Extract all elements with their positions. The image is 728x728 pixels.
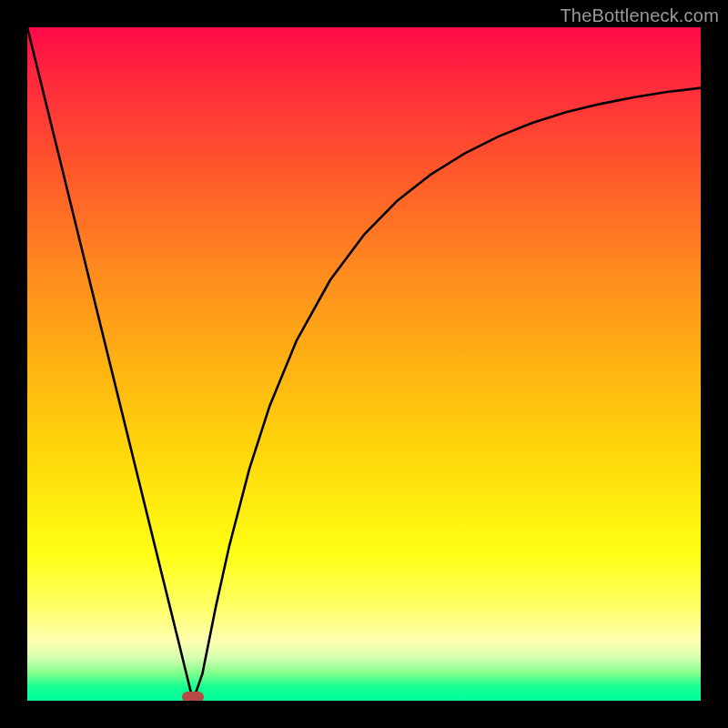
chart-frame: TheBottleneck.com bbox=[0, 0, 728, 728]
plot-area bbox=[27, 27, 701, 701]
curve-layer bbox=[27, 27, 701, 701]
minimum-marker bbox=[182, 692, 204, 701]
watermark-text: TheBottleneck.com bbox=[560, 5, 719, 26]
bottleneck-curve bbox=[27, 27, 701, 701]
